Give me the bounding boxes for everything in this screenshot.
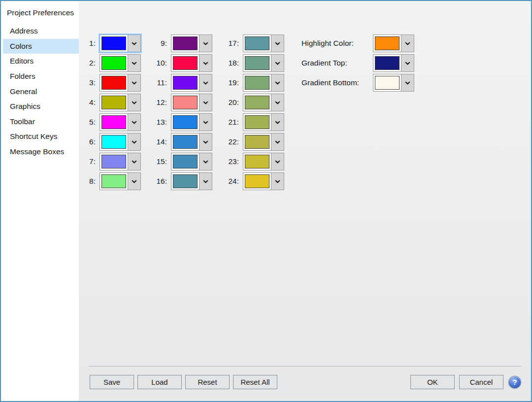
color-1-dropdown[interactable] [100, 34, 141, 52]
color-swatch [245, 76, 269, 90]
color-14-dropdown[interactable] [171, 133, 212, 151]
dropdown-arrow-button[interactable] [199, 134, 212, 150]
highlight-color-dropdown[interactable] [373, 34, 414, 52]
load-button[interactable]: Load [137, 375, 182, 389]
chevron-down-icon [203, 81, 208, 85]
color-row: 6: [81, 132, 141, 152]
sidebar-item-general[interactable]: General [3, 84, 79, 99]
sidebar-item-toolbar[interactable]: Toolbar [3, 114, 79, 130]
dropdown-arrow-button[interactable] [271, 74, 284, 91]
help-button[interactable]: ? [508, 376, 521, 389]
dropdown-arrow-button[interactable] [128, 94, 140, 111]
reset-all-button[interactable]: Reset All [233, 375, 277, 389]
color-23-dropdown[interactable] [243, 153, 284, 170]
dropdown-arrow-button[interactable] [128, 173, 140, 190]
dropdown-arrow-button[interactable] [271, 55, 284, 71]
color-swatch-well [171, 173, 199, 190]
color-12-dropdown[interactable] [171, 94, 212, 111]
sidebar-item-message-boxes[interactable]: Message Boxes [3, 144, 79, 160]
color-5-dropdown[interactable] [100, 113, 141, 131]
sidebar-item-editors[interactable]: Editors [3, 54, 79, 69]
sidebar-item-label: General [10, 87, 37, 96]
color-19-dropdown[interactable] [243, 74, 284, 92]
dropdown-arrow-button[interactable] [128, 74, 140, 91]
gradient-top-dropdown[interactable] [373, 54, 414, 72]
sidebar-item-label: Message Boxes [10, 147, 64, 156]
chevron-down-icon [132, 101, 137, 104]
dropdown-arrow-button[interactable] [199, 35, 212, 52]
dropdown-arrow-button[interactable] [199, 153, 212, 170]
color-4-dropdown[interactable] [100, 94, 141, 111]
save-button[interactable]: Save [90, 375, 134, 389]
cancel-button[interactable]: Cancel [459, 375, 503, 389]
color-swatch-well [373, 35, 401, 52]
color-11-dropdown[interactable] [171, 74, 212, 92]
dropdown-arrow-button[interactable] [199, 94, 212, 111]
color-number-label: 19: [224, 78, 239, 87]
sidebar-item-shortcut-keys[interactable]: Shortcut Keys [3, 129, 79, 144]
dropdown-arrow-button[interactable] [271, 114, 284, 131]
color-number-label: 13: [152, 118, 167, 127]
color-row: 22: [224, 132, 284, 152]
color-22-dropdown[interactable] [243, 133, 284, 151]
chevron-down-icon [275, 42, 280, 45]
color-row: 14: [152, 132, 212, 152]
dropdown-arrow-button[interactable] [199, 114, 212, 131]
page-title: Project Preferences [1, 7, 79, 18]
dropdown-arrow-button[interactable] [401, 35, 414, 52]
color-9-dropdown[interactable] [171, 34, 212, 52]
color-number-label: 5: [81, 118, 96, 127]
color-2-dropdown[interactable] [100, 54, 141, 72]
color-swatch-well [171, 134, 199, 150]
dropdown-arrow-button[interactable] [271, 173, 284, 190]
color-column-3: 17: 18: [224, 34, 284, 191]
sidebar-item-folders[interactable]: Folders [3, 69, 79, 84]
color-7-dropdown[interactable] [100, 153, 141, 170]
dropdown-arrow-button[interactable] [199, 74, 212, 91]
color-number-label: 9: [152, 39, 167, 48]
color-row: 18: [224, 53, 284, 73]
reset-button[interactable]: Reset [185, 375, 230, 389]
color-16-dropdown[interactable] [171, 172, 212, 190]
sidebar-item-address[interactable]: Address [3, 24, 79, 39]
dropdown-arrow-button[interactable] [128, 35, 140, 52]
color-swatch-well [243, 55, 271, 71]
sidebar-item-graphics[interactable]: Graphics [3, 99, 79, 114]
chevron-down-icon [275, 62, 280, 65]
gradient-bottom-dropdown[interactable] [373, 74, 414, 92]
color-row: 16: [152, 171, 212, 191]
color-3-dropdown[interactable] [100, 74, 141, 92]
color-13-dropdown[interactable] [171, 113, 212, 131]
dropdown-arrow-button[interactable] [128, 114, 140, 131]
sidebar-item-colors[interactable]: Colors [3, 39, 79, 54]
color-15-dropdown[interactable] [171, 153, 212, 170]
dropdown-arrow-button[interactable] [271, 153, 284, 170]
dropdown-arrow-button[interactable] [199, 55, 212, 71]
color-20-dropdown[interactable] [243, 94, 284, 111]
color-swatch-well [171, 35, 199, 52]
color-8-dropdown[interactable] [100, 172, 141, 190]
chevron-down-icon [203, 160, 208, 164]
dropdown-arrow-button[interactable] [401, 55, 414, 71]
color-24-dropdown[interactable] [243, 172, 284, 190]
dropdown-arrow-button[interactable] [271, 94, 284, 111]
chevron-down-icon [275, 160, 280, 164]
color-row: 15: [152, 152, 212, 171]
dropdown-arrow-button[interactable] [271, 35, 284, 52]
dropdown-arrow-button[interactable] [128, 134, 140, 150]
dropdown-arrow-button[interactable] [199, 173, 212, 190]
color-18-dropdown[interactable] [243, 54, 284, 72]
color-swatch-well [100, 153, 128, 170]
color-number-label: 18: [224, 59, 239, 67]
dropdown-arrow-button[interactable] [401, 74, 414, 91]
color-21-dropdown[interactable] [243, 113, 284, 131]
color-swatch-well [171, 74, 199, 91]
color-10-dropdown[interactable] [171, 54, 212, 72]
color-6-dropdown[interactable] [100, 133, 141, 151]
dropdown-arrow-button[interactable] [128, 153, 140, 170]
color-row: 20: [224, 93, 284, 112]
ok-button[interactable]: OK [410, 375, 455, 389]
dropdown-arrow-button[interactable] [271, 134, 284, 150]
color-17-dropdown[interactable] [243, 34, 284, 52]
dropdown-arrow-button[interactable] [128, 55, 140, 71]
